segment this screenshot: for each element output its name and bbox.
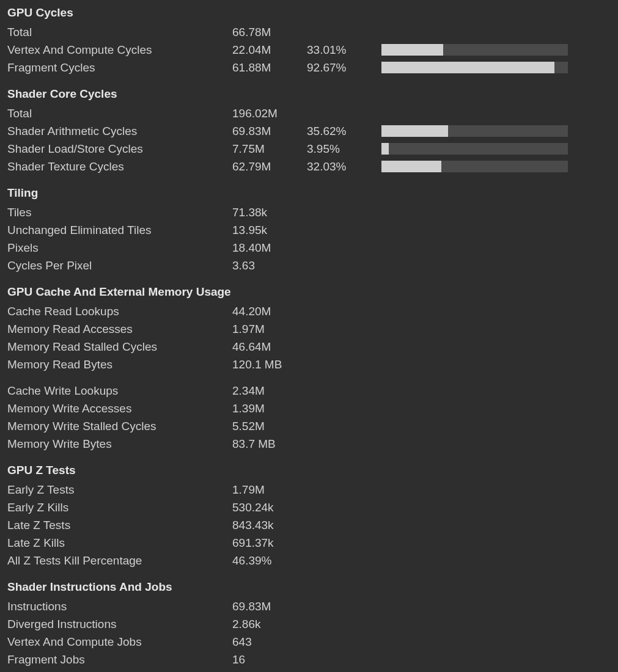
metric-percent: 35.62% — [307, 122, 381, 140]
metric-value: 5.52M — [232, 417, 307, 435]
metric-label: Cache Write Lookups — [7, 382, 232, 400]
metric-row-memory-read-accesses: Memory Read Accesses1.97M — [7, 320, 611, 338]
metric-row-shader-arithmetic-cycles: Shader Arithmetic Cycles69.83M35.62% — [7, 122, 611, 140]
metric-row-late-z-tests: Late Z Tests843.43k — [7, 516, 611, 534]
metric-value: 69.83M — [232, 122, 307, 140]
metric-value: 1.97M — [232, 320, 307, 338]
metric-label: Late Z Tests — [7, 516, 232, 534]
metric-row-memory-read-bytes: Memory Read Bytes120.1 MB — [7, 356, 611, 373]
metric-label: Shader Arithmetic Cycles — [7, 122, 232, 140]
metric-value: 61.88M — [232, 59, 307, 76]
metric-row-unchanged-eliminated-tiles: Unchanged Eliminated Tiles13.95k — [7, 221, 611, 239]
metric-label: Shader Texture Cycles — [7, 158, 232, 175]
metric-value: 22.04M — [232, 41, 307, 59]
metric-bar-cell — [381, 143, 568, 155]
metric-bar-cell — [381, 161, 568, 172]
metric-label: Fragment Cycles — [7, 59, 232, 76]
metric-value: 69.83M — [232, 597, 307, 615]
metric-row-shader-load-store-cycles: Shader Load/Store Cycles7.75M3.95% — [7, 140, 611, 158]
metric-row-early-z-tests: Early Z Tests1.79M — [7, 481, 611, 499]
metric-bar-track — [381, 44, 568, 56]
metric-label: Memory Read Bytes — [7, 356, 232, 373]
metric-row-diverged-instructions: Diverged Instructions2.86k — [7, 615, 611, 633]
metric-bar-track — [381, 62, 568, 73]
section-title-shader-instructions-and-jobs: Shader Instructions And Jobs — [7, 580, 611, 594]
metric-label: Unchanged Eliminated Tiles — [7, 221, 232, 239]
section-subgap — [7, 373, 611, 382]
metric-row-memory-write-stalled-cycles: Memory Write Stalled Cycles5.52M — [7, 417, 611, 435]
metric-label: Memory Write Stalled Cycles — [7, 417, 232, 435]
metric-percent: 3.95% — [307, 140, 381, 158]
metric-label: Memory Write Bytes — [7, 435, 232, 453]
metric-label: Diverged Instructions — [7, 615, 232, 633]
gpu-profiler-panel: GPU CyclesTotal66.78MVertex And Compute … — [0, 0, 618, 672]
metric-row-instructions: Instructions69.83M — [7, 597, 611, 615]
metric-bar-fill — [381, 125, 448, 137]
metric-label: Memory Read Accesses — [7, 320, 232, 338]
metric-bar-cell — [381, 44, 568, 56]
section-title-gpu-cache-and-external-memory-usage: GPU Cache And External Memory Usage — [7, 285, 611, 299]
metric-label: Total — [7, 23, 232, 41]
metric-label: Tiles — [7, 203, 232, 221]
metric-row-cache-read-lookups: Cache Read Lookups44.20M — [7, 302, 611, 320]
metric-value: 2.86k — [232, 615, 307, 633]
metric-label: Cycles Per Pixel — [7, 257, 232, 274]
metric-row-fragment-jobs: Fragment Jobs16 — [7, 651, 611, 668]
metric-row-pixels: Pixels18.40M — [7, 239, 611, 257]
section-title-shader-core-cycles: Shader Core Cycles — [7, 87, 611, 101]
metric-label: Late Z Kills — [7, 534, 232, 552]
metric-row-cycles-per-pixel: Cycles Per Pixel3.63 — [7, 257, 611, 274]
metric-percent: 32.03% — [307, 158, 381, 175]
metric-label: Early Z Kills — [7, 499, 232, 516]
metric-label: Vertex And Compute Jobs — [7, 633, 232, 651]
metric-value: 46.39% — [232, 552, 307, 569]
metric-value: 643 — [232, 633, 307, 651]
metric-label: Shader Load/Store Cycles — [7, 140, 232, 158]
metric-row-shader-texture-cycles: Shader Texture Cycles62.79M32.03% — [7, 158, 611, 175]
metric-value: 691.37k — [232, 534, 307, 552]
metric-label: Total — [7, 104, 232, 122]
metric-row-memory-read-stalled-cycles: Memory Read Stalled Cycles46.64M — [7, 338, 611, 356]
metric-row-memory-write-bytes: Memory Write Bytes83.7 MB — [7, 435, 611, 453]
metric-row-fragment-cycles: Fragment Cycles61.88M92.67% — [7, 59, 611, 76]
metric-value: 66.78M — [232, 23, 307, 41]
metric-bar-cell — [381, 125, 568, 137]
metric-row-tiles: Tiles71.38k — [7, 203, 611, 221]
metric-row-vertex-and-compute-jobs: Vertex And Compute Jobs643 — [7, 633, 611, 651]
metric-value: 2.34M — [232, 382, 307, 400]
metric-row-all-z-tests-kill-percentage: All Z Tests Kill Percentage46.39% — [7, 552, 611, 569]
section-title-gpu-cycles: GPU Cycles — [7, 6, 611, 20]
section-title-tiling: Tiling — [7, 186, 611, 200]
metric-value: 16 — [232, 651, 307, 668]
metric-bar-fill — [381, 143, 389, 155]
metric-label: Memory Read Stalled Cycles — [7, 338, 232, 356]
metric-value: 843.43k — [232, 516, 307, 534]
metric-label: Fragment Jobs — [7, 651, 232, 668]
metric-value: 530.24k — [232, 499, 307, 516]
metric-bar-track — [381, 161, 568, 172]
metric-label: Vertex And Compute Cycles — [7, 41, 232, 59]
metric-value: 1.79M — [232, 481, 307, 499]
metric-percent: 33.01% — [307, 41, 381, 59]
metric-percent: 92.67% — [307, 59, 381, 76]
metric-label: Memory Write Accesses — [7, 400, 232, 417]
section-title-gpu-z-tests: GPU Z Tests — [7, 464, 611, 477]
metric-value: 46.64M — [232, 338, 307, 356]
metric-value: 71.38k — [232, 203, 307, 221]
metric-label: Instructions — [7, 597, 232, 615]
metric-row-total: Total66.78M — [7, 23, 611, 41]
metric-label: Early Z Tests — [7, 481, 232, 499]
metric-value: 62.79M — [232, 158, 307, 175]
metric-bar-fill — [381, 161, 441, 172]
metric-row-early-z-kills: Early Z Kills530.24k — [7, 499, 611, 516]
metric-value: 18.40M — [232, 239, 307, 257]
metric-label: Cache Read Lookups — [7, 302, 232, 320]
metric-value: 13.95k — [232, 221, 307, 239]
metric-row-memory-write-accesses: Memory Write Accesses1.39M — [7, 400, 611, 417]
metric-bar-track — [381, 143, 568, 155]
metric-label: Pixels — [7, 239, 232, 257]
metric-value: 83.7 MB — [232, 435, 307, 453]
metric-bar-fill — [381, 44, 443, 56]
metric-bar-cell — [381, 62, 568, 73]
metric-value: 7.75M — [232, 140, 307, 158]
